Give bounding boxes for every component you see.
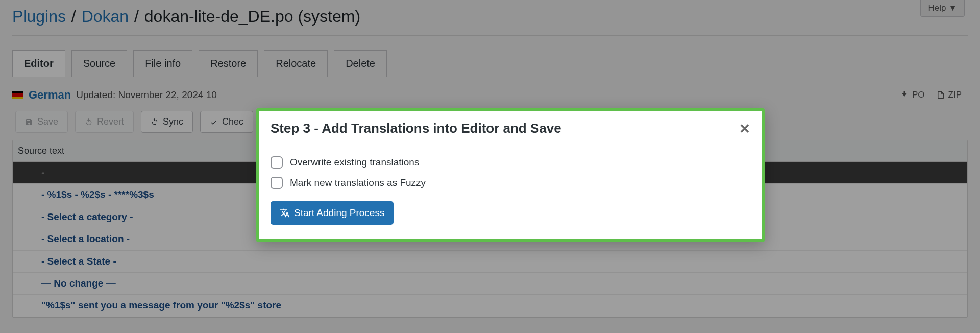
fuzzy-row: Mark new translations as Fuzzy [271,177,750,189]
modal-step3: Step 3 - Add Translations into Editor an… [256,108,765,242]
overwrite-checkbox[interactable] [271,156,283,169]
modal-body: Overwrite existing translations Mark new… [259,145,762,239]
modal-title: Step 3 - Add Translations into Editor an… [271,121,561,136]
translate-icon [280,208,290,218]
close-icon[interactable]: ✕ [739,122,750,135]
fuzzy-label: Mark new translations as Fuzzy [290,177,426,188]
overwrite-label: Overwrite existing translations [290,157,419,168]
start-adding-label: Start Adding Process [294,207,384,219]
start-adding-button[interactable]: Start Adding Process [271,201,394,225]
fuzzy-checkbox[interactable] [271,177,283,189]
modal-header: Step 3 - Add Translations into Editor an… [259,111,762,145]
overwrite-row: Overwrite existing translations [271,156,750,169]
